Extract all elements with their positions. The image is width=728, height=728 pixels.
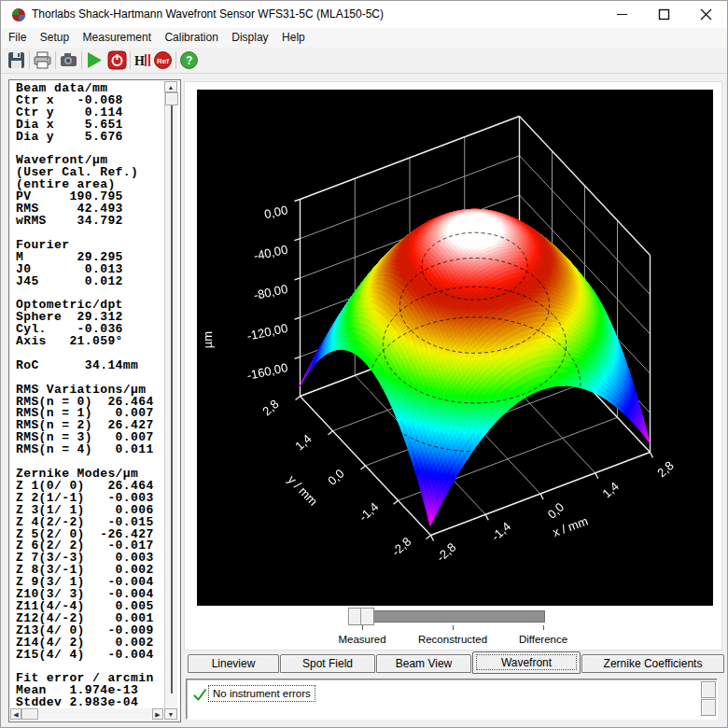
measurement-panel: Beam data/mm Ctr x -0.068 Ctr y 0.114 Di… (8, 79, 181, 722)
measurement-readout: Beam data/mm Ctr x -0.068 Ctr y 0.114 Di… (16, 83, 154, 709)
reference-calibrated-icon[interactable]: Ref (153, 50, 173, 70)
menu-calibration[interactable]: Calibration (160, 28, 222, 47)
print-icon[interactable] (33, 50, 52, 70)
status-message: No instrument errors (208, 685, 315, 702)
v-scroll-thumb[interactable] (165, 92, 178, 105)
display-mode-slider-track[interactable] (350, 610, 545, 623)
app-icon (11, 7, 26, 22)
close-button[interactable] (685, 1, 727, 28)
h-scrollbar[interactable] (21, 708, 152, 720)
svg-text:Ref: Ref (157, 57, 169, 65)
svg-text:?: ? (186, 54, 192, 67)
save-icon[interactable] (7, 50, 26, 70)
h-scroll-thumb[interactable] (21, 708, 38, 720)
menu-display[interactable]: Display (227, 28, 273, 47)
menu-help[interactable]: Help (277, 28, 310, 47)
app-window: Thorlabs Shack-Hartmann Wavefront Sensor… (0, 0, 728, 728)
tab-lineview[interactable]: Lineview (188, 654, 279, 673)
slider-label-difference[interactable]: Difference (492, 634, 595, 645)
scroll-left-icon[interactable]: ◀ (10, 708, 21, 720)
menu-file[interactable]: File (4, 28, 31, 47)
v-scrollbar[interactable] (164, 92, 177, 708)
window-title: Thorlabs Shack-Hartmann Wavefront Sensor… (32, 7, 384, 21)
scroll-up-icon[interactable]: ▲ (164, 81, 177, 92)
start-icon[interactable] (85, 50, 105, 70)
menu-setup[interactable]: Setup (35, 28, 74, 47)
minimize-button[interactable] (601, 1, 643, 28)
menu-measurement[interactable]: Measurement (78, 28, 156, 47)
display-mode-slider-thumb[interactable] (348, 608, 374, 625)
stop-icon[interactable] (107, 50, 127, 70)
camera-icon[interactable] (59, 50, 78, 70)
tab-zernike-coefficients[interactable]: Zernike Coefficients (581, 654, 724, 673)
check-icon (192, 687, 207, 702)
toolbar: H Ref ? (1, 48, 727, 74)
wavefront-3d-plot[interactable] (197, 90, 713, 606)
title-bar: Thorlabs Shack-Hartmann Wavefront Sensor… (1, 1, 727, 28)
svg-text:H: H (134, 54, 145, 68)
instrument-status-box: No instrument errors (186, 679, 718, 720)
tab-spot-field[interactable]: Spot Field (280, 654, 375, 673)
slider-label-measured[interactable]: Measured (311, 634, 413, 645)
scroll-right-icon[interactable]: ▶ (152, 708, 163, 720)
reference-wavefront-icon[interactable]: H (133, 50, 153, 70)
scroll-down-icon[interactable]: ▼ (164, 708, 177, 720)
maximize-button[interactable] (643, 1, 685, 28)
menu-bar: File Setup Measurement Calibration Displ… (1, 28, 727, 48)
help-icon[interactable]: ? (179, 50, 199, 70)
tab-wavefront[interactable]: Wavefront (472, 651, 581, 674)
slider-label-reconstructed[interactable]: Reconstructed (401, 634, 504, 645)
tab-beam-view[interactable]: Beam View (376, 654, 471, 673)
